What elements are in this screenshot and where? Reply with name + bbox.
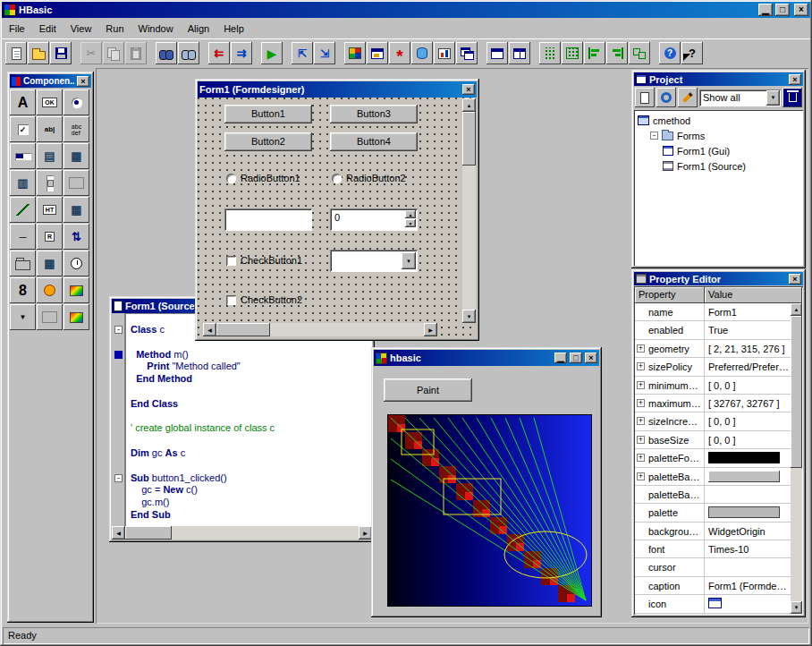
property-row-paletteBackgroundPixmap[interactable]: paletteBackgroundPixmap [635,486,791,504]
property-row-minimumSize[interactable]: +minimumSize[ 0, 0 ] [635,377,791,395]
align-size-button[interactable] [629,42,650,64]
designer-radiobutton[interactable]: RadioButton2 [332,173,406,183]
project-edit-button[interactable] [678,88,698,107]
scroll-thumb[interactable] [125,526,172,540]
scroll-up-icon[interactable]: ▲ [462,98,476,112]
scroll-right-icon[interactable]: ▶ [359,526,372,540]
paste-button[interactable] [125,42,147,64]
fold-minus-icon[interactable]: - [114,474,123,482]
source-hscrollbar[interactable]: ◀ ▶ [112,526,372,540]
property-scrollbar[interactable]: ▲ ▼ [791,303,802,614]
help-button[interactable]: ? [659,42,681,64]
checkbox-component-button[interactable]: ✓ [10,116,36,142]
property-value-cell[interactable]: True [705,321,791,338]
property-row-geometry[interactable]: +geometry[ 2, 21, 315, 276 ] [635,340,791,358]
property-value-cell[interactable]: Form1 (Formdesigner) [705,577,791,594]
property-value-cell[interactable]: [ 0, 0 ] [705,431,791,448]
scrollbar-component-button[interactable] [37,170,63,196]
form-designer-close-button[interactable]: × [462,84,475,95]
property-row-backgroundOrigin[interactable]: backgroundOriginWidgetOrigin [635,523,791,540]
designer-checkbutton[interactable]: CheckButton2 [226,294,302,305]
property-value-cell[interactable]: Form1 [705,303,791,320]
align-left-button[interactable] [584,42,605,64]
property-row-cursor[interactable]: cursor [635,558,791,576]
cut-button[interactable]: ✂ [80,42,102,64]
property-value-cell[interactable] [705,468,791,485]
spinbox-component-button[interactable]: ⇅ [63,224,89,250]
open-file-button[interactable] [28,42,49,64]
run-button[interactable]: ▶ [261,42,283,64]
designer-combobox[interactable]: ▼ [330,250,418,272]
property-row-enabled[interactable]: enabledTrue [635,321,791,339]
property-value-cell[interactable]: Preferred/Preferred [705,358,791,375]
designer-hscrollbar[interactable]: ◀ ▶ [203,323,437,336]
menu-file[interactable]: File [2,21,32,37]
designer-radiobutton[interactable]: RadioButton1 [226,173,300,183]
bezier-component-button[interactable] [10,197,36,223]
spin-up-icon[interactable]: ▲ [405,210,416,218]
property-row-baseSize[interactable]: +baseSize[ 0, 0 ] [635,431,791,449]
menu-edit[interactable]: Edit [32,21,63,37]
grid-component-button[interactable]: ▦ [63,197,89,223]
scroll-up-icon[interactable]: ▲ [791,303,802,316]
align-right-button[interactable] [606,42,628,64]
property-value-cell[interactable] [705,486,791,503]
property-editor-titlebar[interactable]: Property Editor × [634,272,803,285]
dropdown-arrow-icon[interactable]: ▼ [766,90,780,106]
form-designer-canvas[interactable]: 0 ▲ ▼ ▼ ◀ ▶ ▲ ▼ Button1Button3But [198,98,477,338]
pixmap-component-button[interactable] [63,304,89,330]
run-minimize-button[interactable]: ▁ [554,353,567,363]
spin-down-icon[interactable]: ▼ [405,219,416,227]
next-bookmark-button[interactable]: ⇉ [231,42,252,64]
expand-plus-icon[interactable]: + [637,381,645,389]
close-button[interactable]: × [794,4,808,16]
debug-button[interactable]: * [389,42,410,64]
tree-item-cmethod[interactable]: cmethod [636,113,801,128]
code-area[interactable]: Class c Method m() Print "Method called"… [125,313,372,526]
property-value-cell[interactable]: [ 0, 0 ] [705,412,791,429]
property-value-cell[interactable]: [ 0, 0 ] [705,377,791,394]
property-value-cell[interactable] [705,449,791,466]
scroll-left-icon[interactable]: ◀ [203,323,216,336]
timer-component-button[interactable] [37,277,63,303]
new-file-button[interactable] [5,42,27,64]
save-file-button[interactable] [50,42,72,64]
property-row-font[interactable]: fontTimes-10 [635,540,791,558]
listbox-component-button[interactable]: ▤ [37,143,63,169]
property-row-paletteBackground[interactable]: +paletteBackground [635,468,791,486]
designer-checkbutton[interactable]: CheckButton1 [226,255,302,266]
property-row-icon[interactable]: icon [635,595,791,613]
expand-plus-icon[interactable]: + [637,417,645,425]
tree-item-form1-source-[interactable]: Form1 (Source) [636,158,801,174]
property-row-palette[interactable]: palette [635,504,791,522]
designer-button[interactable]: Button3 [330,105,418,123]
property-row-sizeIncrement[interactable]: +sizeIncrement[ 0, 0 ] [635,412,791,430]
expand-plus-icon[interactable]: + [637,454,645,462]
run-close-button[interactable]: × [585,353,597,363]
combo-arrow-icon[interactable]: ▼ [402,252,416,269]
tree-item-form1-gui-[interactable]: Form1 (Gui) [636,143,801,158]
class-browser-button[interactable] [434,42,455,64]
property-value-cell[interactable]: [ 32767, 32767 ] [705,395,791,412]
new-window-button[interactable] [486,42,508,64]
designer-button[interactable]: Button4 [330,132,418,151]
project-delete-button[interactable] [782,88,802,107]
fold-minus-icon[interactable]: - [114,326,123,334]
find-button[interactable] [156,42,177,64]
scroll-thumb[interactable] [791,316,802,468]
property-value-cell[interactable] [705,504,791,521]
maximize-button[interactable]: □ [775,4,790,16]
scroll-down-icon[interactable]: ▼ [462,310,476,323]
menu-window[interactable]: Window [131,21,181,37]
paste-below-button[interactable]: ⇲ [314,42,335,64]
property-value-cell[interactable]: Times-10 [705,540,791,557]
previous-bookmark-button[interactable]: ⇇ [208,42,230,64]
scroll-track[interactable] [270,323,424,336]
property-row-paletteForeground[interactable]: +paletteForeground [635,449,791,467]
table-component-button[interactable]: ▦ [37,251,63,276]
expand-plus-icon[interactable]: + [637,399,645,407]
scroll-thumb[interactable] [462,112,476,166]
property-row-caption[interactable]: captionForm1 (Formdesigner) [635,577,791,595]
designer-button[interactable]: Button1 [224,105,312,123]
expand-plus-icon[interactable]: + [637,344,645,353]
